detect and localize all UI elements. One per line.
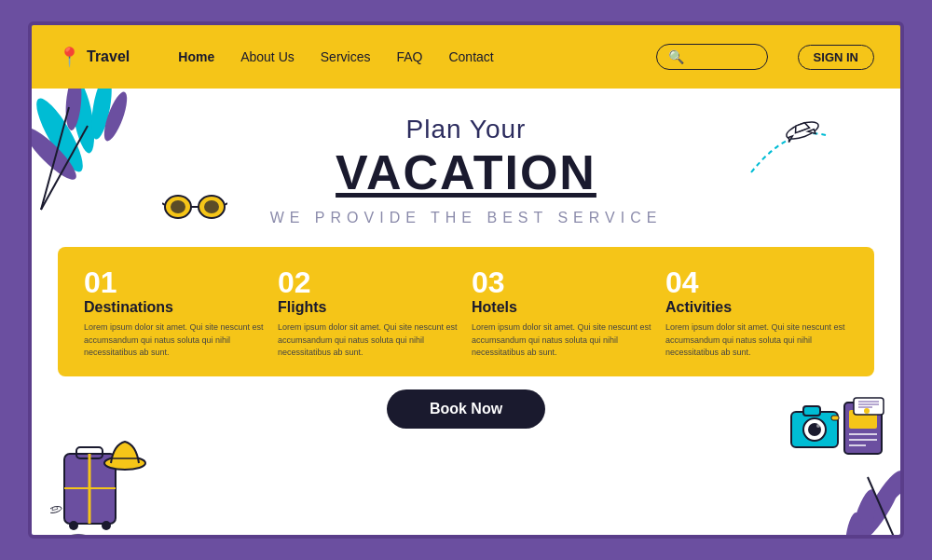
- hero-vacation-text: VACATION: [32, 144, 900, 200]
- nav-about[interactable]: About Us: [240, 49, 295, 64]
- svg-point-39: [843, 512, 865, 539]
- svg-point-37: [845, 487, 882, 539]
- svg-line-40: [868, 477, 900, 539]
- svg-point-36: [854, 467, 900, 539]
- service-title-2: Flights: [278, 299, 460, 316]
- svg-point-25: [102, 521, 111, 530]
- luggage-decoration: [50, 412, 144, 539]
- svg-point-28: [62, 535, 95, 539]
- location-icon: 📍: [58, 46, 81, 68]
- svg-line-30: [78, 535, 88, 539]
- service-desc-2: Lorem ipsum dolor sit amet. Qui site nes…: [278, 321, 460, 360]
- service-hotels: 03 Hotels Lorem ipsum dolor sit amet. Qu…: [472, 267, 654, 360]
- service-flights: 02 Flights Lorem ipsum dolor sit amet. Q…: [278, 267, 460, 360]
- brand-label: Travel: [87, 48, 130, 65]
- sign-in-button[interactable]: SIGN IN: [798, 45, 874, 70]
- nav-contact[interactable]: Contact: [448, 49, 493, 64]
- bottom-right-leaves: [788, 421, 900, 539]
- nav-links: Home About Us Services FAQ Contact: [178, 49, 625, 64]
- svg-rect-21: [76, 447, 103, 458]
- service-title-4: Activities: [665, 299, 848, 316]
- main-content: Plan Your VACATION WE PROVIDE THE BEST S…: [32, 89, 900, 539]
- hero-section: Plan Your VACATION WE PROVIDE THE BEST S…: [32, 89, 900, 226]
- search-icon: 🔍: [668, 49, 684, 64]
- cta-section: Book Now: [32, 389, 900, 429]
- svg-rect-20: [64, 454, 116, 524]
- services-band: 01 Destinations Lorem ipsum dolor sit am…: [58, 247, 874, 376]
- svg-line-29: [69, 535, 78, 539]
- nav-home[interactable]: Home: [178, 49, 214, 64]
- service-activities: 04 Activities Lorem ipsum dolor sit amet…: [665, 267, 848, 360]
- hero-plan-text: Plan Your: [32, 115, 900, 144]
- navbar: 📍 Travel Home About Us Services FAQ Cont…: [32, 25, 900, 89]
- svg-point-34: [50, 505, 62, 514]
- service-title-3: Hotels: [472, 299, 654, 316]
- service-num-1: 01: [84, 267, 267, 297]
- book-now-button[interactable]: Book Now: [387, 389, 545, 429]
- svg-point-26: [104, 457, 145, 470]
- service-num-2: 02: [278, 267, 460, 297]
- hero-subtitle-text: WE PROVIDE THE BEST SERVICE: [32, 210, 900, 226]
- search-input[interactable]: [690, 50, 764, 64]
- service-desc-1: Lorem ipsum dolor sit amet. Qui site nes…: [84, 321, 267, 360]
- search-box[interactable]: 🔍: [656, 44, 768, 70]
- service-destinations: 01 Destinations Lorem ipsum dolor sit am…: [84, 267, 267, 360]
- service-num-4: 04: [665, 267, 848, 297]
- svg-marker-35: [51, 506, 58, 510]
- brand-logo[interactable]: 📍 Travel: [58, 46, 130, 68]
- service-title-1: Destinations: [84, 299, 267, 316]
- svg-point-38: [867, 458, 900, 515]
- service-desc-3: Lorem ipsum dolor sit amet. Qui site nes…: [472, 321, 654, 360]
- service-desc-4: Lorem ipsum dolor sit amet. Qui site nes…: [665, 321, 848, 360]
- svg-point-24: [69, 521, 78, 530]
- nav-services[interactable]: Services: [321, 49, 371, 64]
- service-num-3: 03: [472, 267, 654, 297]
- nav-faq[interactable]: FAQ: [396, 49, 422, 64]
